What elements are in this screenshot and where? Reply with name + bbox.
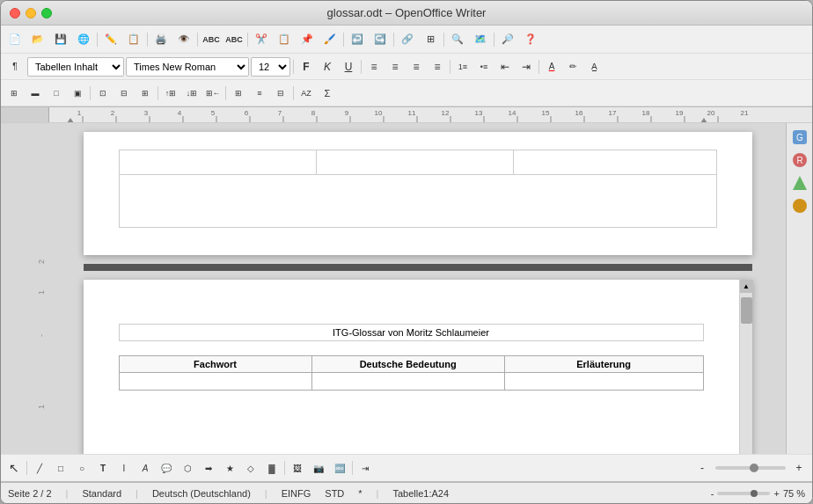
col-bedeutung[interactable]: Deutsche Bedeutung <box>311 356 504 373</box>
callout-btn[interactable]: 💬 <box>157 458 176 478</box>
export-pdf-button[interactable]: 📋 <box>123 30 144 49</box>
cut-button[interactable]: ✂️ <box>251 30 272 49</box>
cursor-btn[interactable]: I <box>114 458 134 478</box>
new-button[interactable]: 📄 <box>4 30 26 49</box>
find-replace-button[interactable]: 🔍 <box>447 30 468 49</box>
paste-button[interactable]: 📌 <box>297 30 318 49</box>
minimize-button[interactable] <box>26 8 36 18</box>
select-tool-btn[interactable]: ↖ <box>4 458 24 478</box>
font-select[interactable]: Times New Roman <box>126 57 249 77</box>
sort-btn[interactable]: AZ <box>297 84 316 103</box>
star-shapes-btn[interactable]: ★ <box>220 458 239 478</box>
border-style-btn[interactable]: ▬ <box>26 84 45 103</box>
font-size-select[interactable]: 12 <box>251 57 290 77</box>
flowchart-btn[interactable]: ◇ <box>241 458 260 478</box>
sum-btn[interactable]: Σ <box>318 84 337 103</box>
unordered-list-button[interactable]: •≡ <box>474 57 494 77</box>
text-btn[interactable]: T <box>93 458 113 478</box>
maximize-button[interactable] <box>41 8 52 18</box>
spell-check-button[interactable]: ABC <box>201 30 222 49</box>
autocorrect-button[interactable]: ABC <box>223 30 245 49</box>
close-button[interactable] <box>10 8 20 18</box>
panel-icon-2[interactable]: R <box>789 150 810 171</box>
zoom-button[interactable]: 🔎 <box>497 30 518 49</box>
fontwork-btn[interactable]: A <box>136 458 155 478</box>
arrow-shapes-btn[interactable]: ➡ <box>199 458 218 478</box>
split-v-btn[interactable]: ⊞ <box>136 84 155 103</box>
panel-icon-1[interactable]: G <box>789 127 810 148</box>
ordered-list-button[interactable]: 1≡ <box>453 57 472 77</box>
print-button[interactable]: 🖨️ <box>150 30 172 49</box>
line-btn[interactable]: ╱ <box>30 458 49 478</box>
table-style-btn[interactable]: ⊞ <box>4 84 24 103</box>
save-remote-button[interactable]: 🌐 <box>73 30 94 49</box>
styles-icon[interactable]: ¶ <box>4 57 26 77</box>
decrease-indent-button[interactable]: ⇤ <box>495 57 515 77</box>
merge-h-btn[interactable]: ⊟ <box>114 84 134 103</box>
copy-button[interactable]: 📋 <box>274 30 295 49</box>
table-cell[interactable] <box>504 373 703 391</box>
status-zoom-thumb[interactable] <box>751 490 758 497</box>
bold-button[interactable]: F <box>297 57 316 77</box>
fill-color-btn[interactable]: ▣ <box>68 84 87 103</box>
insert-mode[interactable]: EINFG <box>282 488 311 499</box>
rect-btn[interactable]: □ <box>51 458 70 478</box>
align-right-button[interactable]: ≡ <box>406 57 426 77</box>
table-cell[interactable] <box>119 150 316 175</box>
merge-cells-btn[interactable]: ⊡ <box>93 84 113 103</box>
border-color-btn[interactable]: □ <box>47 84 66 103</box>
table-cell[interactable] <box>513 150 716 175</box>
panel-icon-3[interactable] <box>789 172 810 194</box>
align-center-button[interactable]: ≡ <box>385 57 405 77</box>
insert-gallery-btn[interactable]: 📷 <box>309 458 328 478</box>
col-erlaeuterung[interactable]: Erläuterung <box>504 356 703 373</box>
justify-button[interactable]: ≡ <box>428 57 447 77</box>
tab-order-btn[interactable]: ⇥ <box>355 458 375 478</box>
align-left-button[interactable]: ≡ <box>364 57 384 77</box>
undo-button[interactable]: ↩️ <box>347 30 368 49</box>
insert-row-above-btn[interactable]: ↑⊞ <box>161 84 180 103</box>
table-cell[interactable] <box>119 175 716 228</box>
insert-fontwork-btn[interactable]: 🔤 <box>330 458 349 478</box>
insert-row-below-btn[interactable]: ↓⊞ <box>182 84 201 103</box>
zoom-thumb[interactable] <box>750 464 758 472</box>
hyperlink-button[interactable]: 🔗 <box>397 30 418 49</box>
table-cell[interactable] <box>311 373 504 391</box>
zoom-out-btn[interactable]: - <box>692 458 712 478</box>
table-props-btn[interactable]: ⊞ <box>229 84 248 103</box>
col-fachwort[interactable]: Fachwort <box>119 356 311 373</box>
edit-button[interactable]: ✏️ <box>100 30 121 49</box>
highlight-button[interactable]: ✏ <box>563 57 582 77</box>
print-preview-button[interactable]: 👁️ <box>173 30 194 49</box>
table-cell[interactable] <box>119 373 311 391</box>
shadow-btn[interactable]: ▓ <box>262 458 282 478</box>
italic-button[interactable]: K <box>318 57 337 77</box>
table-cell[interactable] <box>316 150 513 175</box>
font-color-button[interactable]: A <box>542 57 561 77</box>
redo-button[interactable]: ↪️ <box>370 30 391 49</box>
zoom-in-icon[interactable]: + <box>773 488 779 499</box>
insert-col-before-btn[interactable]: ⊞← <box>203 84 223 103</box>
save-button[interactable]: 💾 <box>50 30 71 49</box>
row-props-btn[interactable]: ≡ <box>250 84 269 103</box>
increase-indent-button[interactable]: ⇥ <box>516 57 536 77</box>
col-props-btn[interactable]: ⊟ <box>271 84 290 103</box>
page-scrollbar[interactable]: ▲ ▼ <box>739 280 752 454</box>
ellipse-btn[interactable]: ○ <box>72 458 92 478</box>
panel-icon-4[interactable] <box>789 195 810 216</box>
zoom-in-btn[interactable]: + <box>789 458 809 478</box>
char-bgcolor-button[interactable]: A̲ <box>584 57 604 77</box>
insert-from-file-btn[interactable]: 🖼 <box>288 458 307 478</box>
basic-shapes-btn[interactable]: ⬡ <box>178 458 197 478</box>
paragraph-style-select[interactable]: Tabellen Inhalt <box>27 57 124 77</box>
scroll-up-arrow[interactable]: ▲ <box>740 280 753 293</box>
help-button[interactable]: ❓ <box>520 30 541 49</box>
open-button[interactable]: 📂 <box>27 30 48 49</box>
scroll-thumb[interactable] <box>741 297 752 324</box>
navigator-button[interactable]: 🗺️ <box>470 30 491 49</box>
std-mode[interactable]: STD <box>325 488 344 499</box>
table-button[interactable]: ⊞ <box>420 30 441 49</box>
zoom-out-icon[interactable]: - <box>711 488 714 499</box>
clone-format-button[interactable]: 🖌️ <box>319 30 341 49</box>
underline-button[interactable]: U <box>339 57 358 77</box>
